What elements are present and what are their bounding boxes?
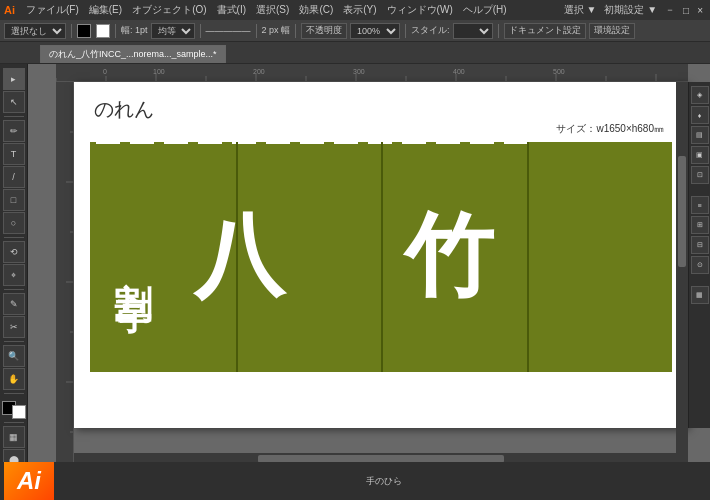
pref-btn[interactable]: 環境設定 — [589, 23, 635, 39]
rotate-tool[interactable]: ⟲ — [3, 241, 25, 263]
stroke-dash: ————— — [206, 26, 251, 36]
bottom-bar: Ai 手のひら — [0, 462, 710, 500]
style-selector[interactable] — [453, 23, 493, 39]
noren-tab — [368, 124, 392, 144]
noren-tab — [232, 124, 256, 144]
tool-separator — [4, 116, 24, 117]
menu-help[interactable]: ヘルプ(H) — [458, 3, 512, 17]
separator6 — [405, 24, 406, 38]
panel-btn-swatches[interactable]: ♦ — [691, 106, 709, 124]
svg-text:200: 200 — [253, 68, 265, 75]
noren-tab — [300, 124, 324, 144]
menu-edit[interactable]: 編集(E) — [84, 3, 127, 17]
window-close[interactable]: × — [694, 5, 706, 16]
svg-text:100: 100 — [153, 68, 165, 75]
panel-btn-transparency[interactable]: ⊡ — [691, 166, 709, 184]
zoom-tool[interactable]: 🔍 — [3, 345, 25, 367]
noren-title: のれん — [94, 96, 154, 123]
menu-effect[interactable]: 効果(C) — [294, 3, 338, 17]
status-bar-center: 手のひら — [62, 475, 706, 488]
main-layout: ▸ ↖ ✏ T / □ ○ ⟲ ⌖ ✎ ✂ 🔍 ✋ ▦ ⬤ — [0, 64, 710, 478]
panel-btn-gradient[interactable]: ▣ — [691, 146, 709, 164]
separator7 — [498, 24, 499, 38]
panel-btn-stroke[interactable]: ▤ — [691, 126, 709, 144]
ellipse-tool[interactable]: ○ — [3, 212, 25, 234]
noren-tab — [266, 124, 290, 144]
doc-settings-btn[interactable]: ドキュメント設定 — [504, 23, 586, 39]
menu-object[interactable]: オブジェクト(O) — [127, 3, 211, 17]
tool-separator4 — [4, 341, 24, 342]
stroke-swatch[interactable] — [96, 24, 110, 38]
stroke-type[interactable]: 均等 — [151, 23, 195, 39]
noren-tab — [436, 124, 460, 144]
panel-btn-appearance[interactable]: ≡ — [691, 196, 709, 214]
noren-tab — [164, 124, 188, 144]
panel-btn-layers[interactable]: ▦ — [691, 286, 709, 304]
noren-tab — [96, 124, 120, 144]
menu-view[interactable]: 表示(Y) — [338, 3, 381, 17]
noren-tab — [130, 124, 154, 144]
workspace-selector[interactable]: 選択 ▼ — [561, 3, 600, 17]
panel-btn-color[interactable]: ◈ — [691, 86, 709, 104]
noren-tab — [334, 124, 358, 144]
svg-text:0: 0 — [103, 68, 107, 75]
fill-swatch[interactable] — [77, 24, 91, 38]
menu-select[interactable]: 選択(S) — [251, 3, 294, 17]
document-tab[interactable]: のれん_八竹INCC_...norema..._sample...* — [40, 45, 226, 63]
separator2 — [115, 24, 116, 38]
menu-bar: Ai ファイル(F) 編集(E) オブジェクト(O) 書式(I) 選択(S) 効… — [0, 0, 710, 20]
selection-dropdown[interactable]: 選択なし — [4, 23, 66, 39]
eyedropper-tool[interactable]: ✎ — [3, 293, 25, 315]
noren-tabs-row — [90, 124, 672, 144]
separator3 — [200, 24, 201, 38]
noren-text-container: 割 亭 八 竹 — [100, 152, 672, 362]
opacity-mode-btn[interactable]: 不透明度 — [301, 23, 347, 39]
panel-btn-transform[interactable]: ⊙ — [691, 256, 709, 274]
stroke-label: 幅: 1pt — [121, 24, 148, 37]
cursor-mode-label: 手のひら — [366, 475, 402, 488]
svg-text:300: 300 — [353, 68, 365, 75]
selection-tool[interactable]: ▸ — [3, 68, 25, 90]
hand-tool[interactable]: ✋ — [3, 368, 25, 390]
stroke-color[interactable] — [12, 405, 26, 419]
tool-separator5 — [4, 393, 24, 394]
left-toolbar: ▸ ↖ ✏ T / □ ○ ⟲ ⌖ ✎ ✂ 🔍 ✋ ▦ ⬤ — [0, 64, 28, 478]
svg-text:400: 400 — [453, 68, 465, 75]
separator4 — [256, 24, 257, 38]
type-tool[interactable]: T — [3, 143, 25, 165]
ruler-left — [56, 82, 74, 478]
document-canvas: のれん サイズ：w1650×h680㎜ — [74, 82, 688, 428]
noren-tab — [504, 124, 528, 144]
direct-select-tool[interactable]: ↖ — [3, 91, 25, 113]
rect-tool[interactable]: □ — [3, 189, 25, 211]
app-logo-menu: Ai — [4, 4, 15, 16]
blend-label: 2 px 幅 — [262, 24, 291, 37]
menu-file[interactable]: ファイル(F) — [21, 3, 84, 17]
menu-window[interactable]: ウィンドウ(W) — [382, 3, 458, 17]
window-minimize[interactable]: － — [662, 3, 678, 17]
ai-app-logo: Ai — [4, 462, 54, 500]
tool-separator2 — [4, 237, 24, 238]
window-maximize[interactable]: □ — [680, 5, 692, 16]
menu-format[interactable]: 書式(I) — [212, 3, 251, 17]
line-tool[interactable]: / — [3, 166, 25, 188]
scrollbar-vertical[interactable] — [676, 82, 688, 453]
pen-tool[interactable]: ✏ — [3, 120, 25, 142]
opacity-value[interactable]: 100% — [350, 23, 400, 39]
workspace-preset[interactable]: 初期設定 ▼ — [601, 3, 660, 17]
svg-text:500: 500 — [553, 68, 565, 75]
right-panel: ◈ ♦ ▤ ▣ ⊡ ≡ ⊞ ⊟ ⊙ ▦ — [688, 82, 710, 428]
scale-tool[interactable]: ⌖ — [3, 264, 25, 286]
panel-btn-pathfinder[interactable]: ⊟ — [691, 236, 709, 254]
svg-rect-0 — [56, 64, 688, 82]
separator — [71, 24, 72, 38]
noren-tab — [402, 124, 426, 144]
noren-kanji-2: 八 — [194, 196, 284, 318]
noren-tab — [470, 124, 494, 144]
normal-mode[interactable]: ▦ — [3, 426, 25, 448]
scroll-thumb-v[interactable] — [678, 156, 686, 267]
svg-rect-20 — [56, 82, 74, 478]
panel-btn-align[interactable]: ⊞ — [691, 216, 709, 234]
scissors-tool[interactable]: ✂ — [3, 316, 25, 338]
control-bar: 選択なし 幅: 1pt 均等 ————— 2 px 幅 不透明度 100% スタ… — [0, 20, 710, 42]
